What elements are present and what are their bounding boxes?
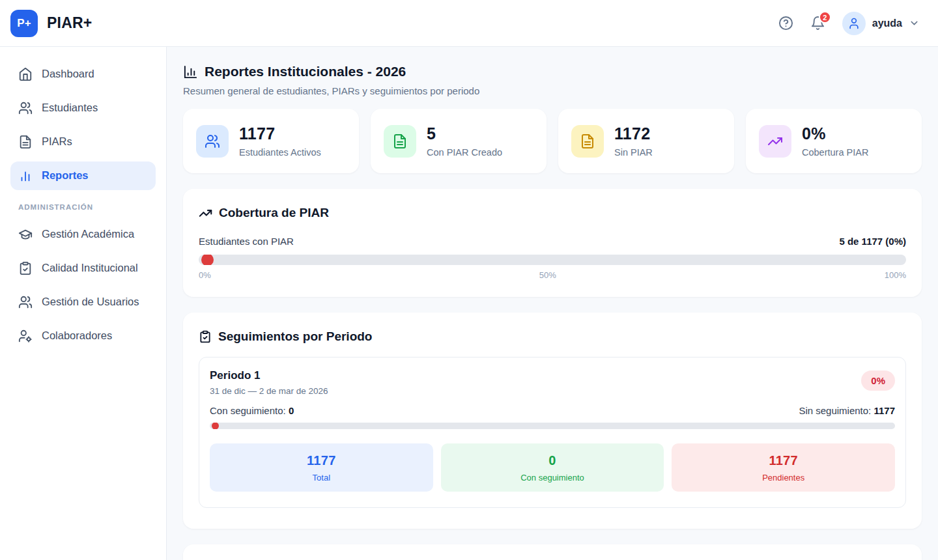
page-title: Reportes Institucionales - 2026 <box>205 64 406 79</box>
periodo-progress-fill <box>212 423 219 429</box>
stat-box-label: Pendientes <box>678 473 888 483</box>
users-icon <box>18 295 33 309</box>
stat-card-cobertura: 0% Cobertura PIAR <box>746 109 922 173</box>
logo-text: P+ <box>17 17 31 30</box>
user-cog-icon <box>18 329 33 343</box>
sidebar-section-administracion: ADMINISTRACIÓN <box>18 203 156 211</box>
stat-value: 1172 <box>614 124 653 143</box>
con-seguimiento-label: Con seguimiento: <box>210 405 286 416</box>
periodo-date-range: 31 de dic — 2 de mar de 2026 <box>210 386 328 396</box>
user-icon <box>847 17 860 30</box>
sidebar: Dashboard Estudiantes PIARs Reportes ADM… <box>0 47 167 560</box>
sidebar-item-dashboard[interactable]: Dashboard <box>10 60 156 89</box>
brand-name: PIAR+ <box>47 14 92 32</box>
cobertura-piar-card: Cobertura de PIAR Estudiantes con PIAR 5… <box>183 189 922 297</box>
sidebar-item-gestion-usuarios[interactable]: Gestión de Usuarios <box>10 288 156 316</box>
topbar-actions: 2 ayuda <box>778 12 920 35</box>
stat-box-label: Total <box>216 473 427 483</box>
users-icon <box>18 101 33 115</box>
file-text-icon <box>18 135 33 149</box>
periodo-header: Periodo 1 31 de dic — 2 de mar de 2026 0… <box>210 369 895 396</box>
sin-seguimiento-value: 1177 <box>874 405 895 416</box>
sidebar-item-label: Reportes <box>42 168 89 184</box>
periodo-percent-badge: 0% <box>861 371 895 391</box>
sidebar-item-label: Calidad Institucional <box>42 260 138 276</box>
scale-mid: 50% <box>539 270 556 280</box>
brand: P+ PIAR+ <box>10 10 92 37</box>
sidebar-item-label: PIARs <box>42 134 72 150</box>
file-text-icon <box>384 125 416 158</box>
periodo-name: Periodo 1 <box>210 369 328 382</box>
periodo-card: Periodo 1 31 de dic — 2 de mar de 2026 0… <box>199 357 906 508</box>
cobertura-title: Cobertura de PIAR <box>219 206 329 220</box>
con-seguimiento-count: Con seguimiento: 0 <box>210 405 294 416</box>
sidebar-item-label: Dashboard <box>42 66 94 82</box>
stat-box-total: 1177 Total <box>210 443 433 492</box>
sidebar-item-colaboradores[interactable]: Colaboradores <box>10 322 156 350</box>
chart-column-icon <box>183 64 198 79</box>
username: ayuda <box>872 18 902 29</box>
stat-label: Estudiantes Activos <box>239 147 321 158</box>
chevron-down-icon <box>909 18 920 29</box>
cobertura-header: Cobertura de PIAR <box>199 206 906 220</box>
topbar: P+ PIAR+ 2 <box>0 0 938 47</box>
seguimientos-header: Seguimientos por Periodo <box>199 329 906 344</box>
sidebar-item-label: Estudiantes <box>42 100 98 116</box>
seguimientos-title: Seguimientos por Periodo <box>218 329 372 344</box>
stat-value: 1177 <box>239 124 321 143</box>
bar-chart-icon <box>18 169 33 183</box>
sidebar-item-reportes[interactable]: Reportes <box>10 161 156 190</box>
sidebar-item-gestion-academica[interactable]: Gestión Académica <box>10 220 156 249</box>
stat-value: 0% <box>802 124 868 143</box>
periodo-stat-boxes: 1177 Total 0 Con seguimiento 1177 Pendie… <box>210 443 895 492</box>
stat-box-label: Con seguimiento <box>448 473 658 483</box>
notification-badge: 2 <box>819 11 831 23</box>
sidebar-item-piars[interactable]: PIARs <box>10 128 156 156</box>
trending-up-icon <box>199 206 212 220</box>
notifications-button[interactable]: 2 <box>810 16 825 31</box>
sidebar-item-calidad-institucional[interactable]: Calidad Institucional <box>10 254 156 283</box>
page-subtitle: Resumen general de estudiantes, PIARs y … <box>183 85 922 96</box>
stat-label: Sin PIAR <box>614 147 653 158</box>
stat-box-value: 1177 <box>678 453 888 468</box>
main-content: Reportes Institucionales - 2026 Resumen … <box>167 47 938 560</box>
stat-box-value: 1177 <box>216 453 427 468</box>
stat-box-value: 0 <box>448 453 658 468</box>
stat-card-estudiantes-activos: 1177 Estudiantes Activos <box>183 109 359 173</box>
help-button[interactable] <box>778 16 793 31</box>
stat-box-pendientes: 1177 Pendientes <box>672 443 895 492</box>
users-icon <box>196 125 229 158</box>
scale-start: 0% <box>199 270 211 280</box>
clipboard-check-icon <box>18 261 33 275</box>
stat-value: 5 <box>427 124 502 143</box>
stats-row: 1177 Estudiantes Activos 5 Con PIAR Crea… <box>183 109 922 173</box>
cobertura-row: Estudiantes con PIAR 5 de 1177 (0%) <box>199 236 906 247</box>
sidebar-item-label: Gestión Académica <box>42 227 134 242</box>
con-seguimiento-value: 0 <box>289 405 294 416</box>
stat-box-con-seguimiento: 0 Con seguimiento <box>441 443 664 492</box>
file-text-icon <box>571 125 604 158</box>
app-logo: P+ <box>10 10 38 37</box>
seguimientos-card: Seguimientos por Periodo Periodo 1 31 de… <box>183 313 922 529</box>
help-circle-icon <box>778 16 793 31</box>
periodo-progress-bar <box>210 423 895 429</box>
cobertura-progress-bar <box>199 255 906 265</box>
home-icon <box>18 67 33 81</box>
cobertura-scale: 0% 50% 100% <box>199 270 906 280</box>
sin-seguimiento-count: Sin seguimiento: 1177 <box>799 405 895 416</box>
clipboard-check-icon <box>199 330 212 343</box>
trending-up-icon <box>759 125 791 158</box>
sin-seguimiento-label: Sin seguimiento: <box>799 405 871 416</box>
cobertura-progress-fill <box>201 255 214 265</box>
scale-end: 100% <box>885 270 906 280</box>
cobertura-row-value: 5 de 1177 (0%) <box>839 236 906 247</box>
graduation-cap-icon <box>18 227 33 242</box>
page-header: Reportes Institucionales - 2026 <box>183 64 922 79</box>
sidebar-item-label: Gestión de Usuarios <box>42 294 139 310</box>
stat-card-sin-piar: 1172 Sin PIAR <box>558 109 734 173</box>
user-menu[interactable]: ayuda <box>842 12 920 35</box>
sidebar-item-estudiantes[interactable]: Estudiantes <box>10 94 156 122</box>
periodo-counts: Con seguimiento: 0 Sin seguimiento: 1177 <box>210 405 895 416</box>
stat-label: Con PIAR Creado <box>427 147 502 158</box>
stat-card-con-piar: 5 Con PIAR Creado <box>371 109 547 173</box>
